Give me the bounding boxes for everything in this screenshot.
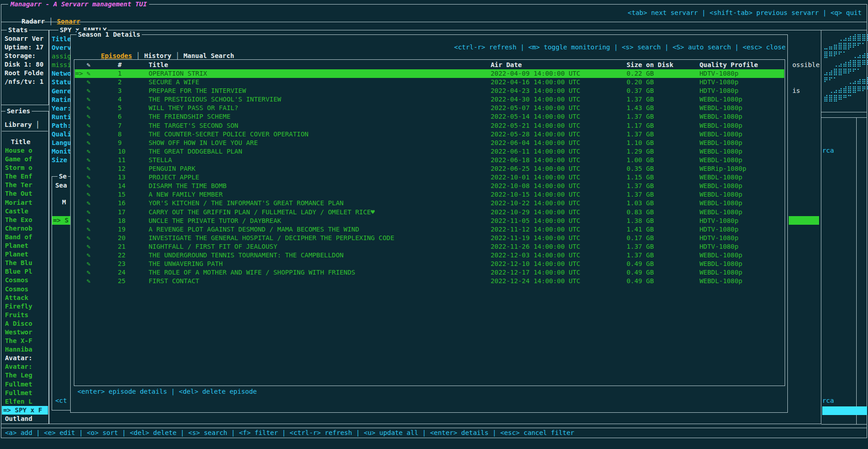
episode-row[interactable]: ✎ 22 THE UNDERGROUND TENNIS TOURNAMENT: …: [75, 251, 784, 260]
series-list-item[interactable]: => SPY x F: [2, 406, 48, 415]
episode-row[interactable]: ✎ 12 PENGUIN PARK 2022-06-25 14:00:00 UT…: [75, 164, 784, 173]
episode-quality-profile: WEBDL-1080p: [699, 208, 743, 217]
series-field-clip-text: missi: [52, 61, 71, 68]
episode-row[interactable]: ✎ 11 STELLA 2022-06-18 14:00:00 UTC 1.00…: [75, 156, 784, 164]
series-list-item[interactable]: Attack: [2, 294, 48, 302]
tab-radarr[interactable]: Radarr: [21, 18, 45, 25]
series-list-item[interactable]: A Disco: [2, 319, 48, 328]
episode-quality-profile: HDTV-1080p: [699, 225, 738, 234]
series-list-item[interactable]: Avatar:: [2, 354, 48, 362]
episode-row[interactable]: ✎ 3 PREPARE FOR THE INTERVIEW 2022-04-23…: [75, 87, 784, 95]
episode-row[interactable]: ✎ 7 THE TARGET'S SECOND SON 2022-05-21 1…: [75, 121, 784, 130]
series-list-item-label: Westwor: [5, 328, 32, 336]
series-list-item[interactable]: Fullmet: [2, 380, 48, 389]
series-list-item[interactable]: Moriart: [2, 198, 48, 207]
episode-size-on-disk: 0.22 GB: [627, 69, 654, 78]
episode-row[interactable]: ✎ 21 NIGHTFALL / FIRST FIT OF JEALOUSY 2…: [75, 242, 784, 251]
episode-row[interactable]: ✎ 18 UNCLE THE PRIVATE TUTOR / DAYBREAK …: [75, 217, 784, 225]
logo-braille-row: ⠀⠀⠀⢀⣠⣴⣾⣿⣿⣿: [824, 33, 868, 42]
series-list-item[interactable]: Castle: [2, 207, 48, 216]
episode-row[interactable]: ✎ 19 A REVENGE PLOT AGAINST DESMOND / MA…: [75, 225, 784, 234]
episode-row[interactable]: ✎ 4 THE PRESTIGIOUS SCHOOL'S INTERVIEW 2…: [75, 95, 784, 104]
stat-line: Storage:: [5, 52, 48, 60]
series-list-item[interactable]: Storm o: [2, 164, 48, 172]
episode-title: A REVENGE PLOT AGAINST DESMOND / MAMA BE…: [149, 225, 359, 234]
series-list-item[interactable]: The Enf: [2, 172, 48, 181]
series-list-item[interactable]: Firefly: [2, 302, 48, 311]
episode-row[interactable]: ✎ 13 PROJECT APPLE 2022-10-01 14:00:00 U…: [75, 173, 784, 182]
series-list-item[interactable]: The Ter: [2, 181, 48, 189]
series-list-item[interactable]: House o: [2, 146, 48, 155]
episode-row[interactable]: ✎ 16 YOR'S KITCHEN / THE INFORMANT'S GRE…: [75, 199, 784, 208]
episode-quality-profile: HDTV-1080p: [699, 234, 738, 242]
series-list-item[interactable]: Blue Pl: [2, 267, 48, 276]
stats-lines: Sonarr VerUptime: 17Storage:Disk 1: 80Ro…: [5, 34, 48, 87]
tab-library[interactable]: Library │: [5, 121, 39, 129]
series-list-item[interactable]: Elfen L: [2, 397, 48, 406]
series-list-item[interactable]: Chernob: [2, 224, 48, 233]
series-list-item[interactable]: The Exo: [2, 216, 48, 224]
series-list-item[interactable]: Cosmos: [2, 276, 48, 285]
series-list-item[interactable]: The Out: [2, 189, 48, 198]
episode-row[interactable]: ✎ 25 FIRST CONTACT 2022-12-24 14:00:00 U…: [75, 277, 784, 285]
border-line: [821, 112, 867, 112]
episode-row[interactable]: ✎ 24 THE ROLE OF A MOTHER AND WIFE / SHO…: [75, 268, 784, 277]
series-list-item[interactable]: Outland: [2, 415, 48, 423]
episode-row[interactable]: ✎ 9 SHOW OFF HOW IN LOVE YOU ARE 2022-06…: [75, 139, 784, 147]
series-panel-title: Series: [5, 107, 32, 116]
episode-size-on-disk: 1.37 GB: [627, 182, 654, 190]
tab-history[interactable]: History: [144, 52, 171, 59]
overview-text-clip: ossible: [792, 61, 820, 69]
episode-row[interactable]: ✎ 2 SECURE A WIFE 2022-04-16 14:00:00 UT…: [75, 78, 784, 87]
episode-row[interactable]: ✎ 5 WILL THEY PASS OR FAIL? 2022-05-07 1…: [75, 104, 784, 112]
episode-size-on-disk: 1.37 GB: [627, 112, 654, 121]
series-list-item[interactable]: Fullmet: [2, 389, 48, 397]
episode-row[interactable]: => ✎ 1 OPERATION STRIX 2022-04-09 14:00:…: [75, 69, 784, 78]
episode-row[interactable]: ✎ 23 THE UNWAVERING PATH 2022-12-10 14:0…: [75, 260, 784, 268]
series-list-item[interactable]: Fruits: [2, 311, 48, 319]
episode-size-on-disk: 1.38 GB: [627, 217, 654, 225]
episodes-table: ✎ # Title Air Date Size on Disk Quality …: [74, 59, 785, 386]
series-list-item[interactable]: The X-F: [2, 337, 48, 345]
series-list-item[interactable]: Cosmos: [2, 285, 48, 294]
episode-row[interactable]: ✎ 8 THE COUNTER-SECRET POLICE COVER OPER…: [75, 130, 784, 139]
series-list-item[interactable]: Hanniba: [2, 345, 48, 354]
logo-braille-row: ⣿⠿⠟⠋⠁⠀⢀⣠⣴⣾: [824, 50, 868, 59]
episode-row[interactable]: ✎ 6 THE FRIENDSHIP SCHEME 2022-05-14 14:…: [75, 112, 784, 121]
tab-sonarr[interactable]: Sonarr: [57, 18, 81, 25]
episode-row[interactable]: ✎ 20 INVESTIGATE THE GENERAL HOSPITAL / …: [75, 234, 784, 242]
episode-row[interactable]: ✎ 17 CARRY OUT THE GRIFFIN PLAN / FULLME…: [75, 208, 784, 217]
monitored-icon: ✎: [87, 234, 91, 242]
series-list-item[interactable]: Planet: [2, 250, 48, 259]
episode-size-on-disk: 0.49 GB: [627, 277, 654, 285]
monitored-icon: ✎: [87, 69, 91, 78]
episode-title: INVESTIGATE THE GENERAL HOSPITAL / DECIP…: [149, 234, 394, 242]
monitored-icon: ✎: [87, 78, 91, 87]
episode-title: PREPARE FOR THE INTERVIEW: [149, 87, 246, 95]
series-field-clip-text: Ratin: [52, 96, 71, 103]
monitored-icon: ✎: [87, 199, 91, 208]
stat-line: /nfs/tv: 1: [5, 77, 48, 86]
bottom-keybindings: <a> add | <e> edit | <o> sort | <del> de…: [5, 429, 574, 437]
tab-manual-search[interactable]: Manual Search: [183, 52, 234, 59]
series-list-item[interactable]: Planet: [2, 241, 48, 250]
episode-size-on-disk: 1.43 GB: [627, 104, 654, 112]
episode-title: UNCLE THE PRIVATE TUTOR / DAYBREAK: [149, 217, 281, 225]
episode-title: SECURE A WIFE: [149, 78, 199, 87]
episode-air-date: 2022-10-29 14:00:00 UTC: [491, 208, 580, 217]
episode-row[interactable]: ✎ 15 A NEW FAMILY MEMBER 2022-10-15 14:0…: [75, 190, 784, 199]
series-overview-clips: ossible is: [792, 43, 820, 113]
series-list-item-label: The X-F: [5, 337, 32, 344]
series-list-item[interactable]: The Blu: [2, 259, 48, 267]
series-list-item[interactable]: Band of: [2, 233, 48, 241]
episode-row[interactable]: ✎ 14 DISARM THE TIME BOMB 2022-10-08 14:…: [75, 182, 784, 190]
episode-title: THE PRESTIGIOUS SCHOOL'S INTERVIEW: [149, 95, 281, 104]
series-list-item[interactable]: Avatar:: [2, 362, 48, 371]
series-list-item[interactable]: Game of: [2, 155, 48, 164]
series-list-item[interactable]: Westwor: [2, 328, 48, 337]
series-list-item[interactable]: The Leg: [2, 371, 48, 380]
series-field-clip: Path:: [52, 121, 71, 130]
episode-row[interactable]: ✎ 10 THE GREAT DODGEBALL PLAN 2022-06-11…: [75, 147, 784, 156]
episode-title: CARRY OUT THE GRIFFIN PLAN / FULLMETAL L…: [149, 208, 375, 217]
tab-episodes[interactable]: Episodes: [101, 52, 132, 59]
